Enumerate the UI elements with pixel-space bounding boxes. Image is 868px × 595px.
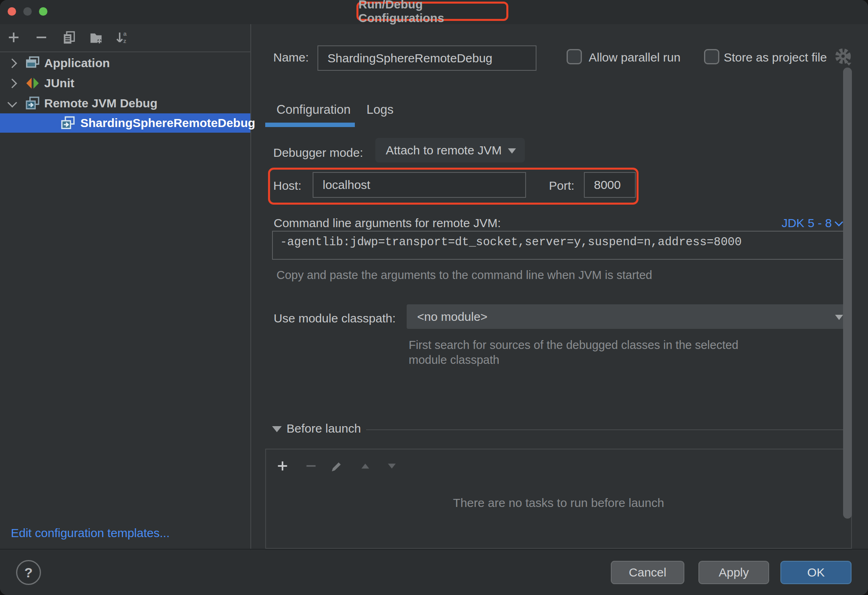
edit-pencil-icon	[329, 459, 342, 474]
tree-item-label: Remote JVM Debug	[44, 96, 158, 110]
before-launch-title: Before launch	[287, 422, 361, 435]
chevron-down-icon[interactable]	[7, 98, 17, 107]
tab-configuration[interactable]: Configuration	[276, 103, 350, 117]
dialog-title: Run/Debug Configurations	[358, 0, 506, 25]
cmdline-hint: Copy and paste the arguments to the comm…	[276, 269, 652, 282]
before-launch-move-up-button[interactable]	[358, 459, 373, 474]
before-launch-empty-text: There are no tasks to run before launch	[266, 496, 851, 510]
debugger-mode-value: Attach to remote JVM	[386, 144, 502, 157]
close-window-button[interactable]	[8, 7, 16, 16]
port-label: Port:	[549, 179, 574, 193]
allow-parallel-run-checkbox[interactable]	[567, 49, 582, 64]
before-launch-remove-button[interactable]	[303, 459, 319, 474]
tree-item-application[interactable]: Application	[0, 53, 250, 73]
zoom-window-button[interactable]	[39, 7, 47, 16]
move-up-icon	[358, 459, 372, 474]
name-label: Name:	[273, 51, 309, 64]
run-debug-configurations-dialog: Run/Debug Configurations az	[0, 0, 868, 595]
dropdown-caret-icon	[835, 315, 843, 320]
chevron-right-icon[interactable]	[7, 78, 17, 88]
application-icon	[25, 55, 40, 71]
configuration-form: Name: ShardingSphereRemoteDebug Allow pa…	[251, 24, 868, 549]
copy-icon	[62, 30, 76, 46]
configurations-sidebar: az Application JUnit Remote JVM Debug	[0, 24, 251, 549]
add-configuration-button[interactable]	[6, 31, 21, 46]
module-classpath-dropdown[interactable]: <no module>	[407, 304, 852, 329]
remote-jvm-debug-icon	[60, 115, 76, 131]
before-launch-panel: There are no tasks to run before launch	[265, 449, 852, 549]
jdk-version-selector[interactable]: JDK 5 - 8	[782, 216, 842, 230]
new-folder-icon	[89, 30, 103, 46]
copy-configuration-button[interactable]	[61, 31, 77, 46]
store-as-project-file-label: Store as project file	[724, 51, 827, 64]
tree-item-shardingsphereremotedebug[interactable]: ShardingSphereRemoteDebug	[0, 113, 250, 133]
before-launch-separator	[366, 429, 852, 430]
host-input[interactable]: localhost	[313, 172, 526, 198]
cmdline-label: Command line arguments for remote JVM:	[274, 216, 501, 230]
before-launch-edit-button[interactable]	[328, 459, 343, 474]
chevron-right-icon[interactable]	[7, 58, 17, 68]
module-hint-line2: module classpath	[409, 353, 500, 367]
module-hint-line1: First search for sources of the debugged…	[409, 339, 739, 352]
edit-configuration-templates-link[interactable]: Edit configuration templates...	[11, 526, 170, 540]
before-launch-move-down-button[interactable]	[384, 459, 399, 474]
title-bar: Run/Debug Configurations	[0, 0, 868, 24]
sort-alphabetically-icon: az	[115, 30, 129, 46]
dropdown-caret-icon	[508, 148, 516, 154]
port-input[interactable]: 8000	[584, 172, 636, 198]
chevron-down-icon	[835, 217, 843, 226]
svg-text:a: a	[123, 30, 127, 37]
help-button[interactable]: ?	[16, 560, 41, 585]
tree-item-label: Application	[44, 56, 110, 70]
junit-icon	[25, 76, 40, 91]
configurations-tree: Application JUnit Remote JVM Debug Shard…	[0, 53, 250, 133]
title-annotation-box: Run/Debug Configurations	[356, 2, 508, 21]
debugger-mode-label: Debugger mode:	[273, 146, 363, 160]
move-down-icon	[385, 459, 399, 474]
host-label: Host:	[273, 179, 301, 193]
sort-configurations-button[interactable]: az	[114, 31, 129, 46]
store-as-project-file-checkbox[interactable]	[704, 49, 719, 64]
active-tab-underline	[265, 123, 355, 127]
dialog-footer: ? Cancel Apply OK	[0, 549, 868, 595]
tree-item-label: ShardingSphereRemoteDebug	[80, 116, 255, 130]
cmdline-arguments-field[interactable]: -agentlib:jdwp=transport=dt_socket,serve…	[272, 231, 849, 260]
new-folder-button[interactable]	[88, 31, 104, 46]
collapse-triangle-icon[interactable]	[272, 426, 282, 432]
remove-configuration-button[interactable]	[34, 31, 49, 46]
tree-item-label: JUnit	[44, 76, 74, 90]
jdk-version-value: JDK 5 - 8	[782, 216, 832, 230]
tab-logs[interactable]: Logs	[366, 103, 393, 117]
debugger-mode-dropdown[interactable]: Attach to remote JVM	[375, 138, 525, 162]
tree-item-remote-jvm-debug[interactable]: Remote JVM Debug	[0, 93, 250, 113]
remove-icon	[304, 459, 318, 474]
name-input[interactable]: ShardingSphereRemoteDebug	[317, 45, 536, 71]
gear-icon	[833, 62, 854, 69]
question-mark-icon: ?	[25, 565, 33, 581]
sidebar-toolbar: az	[0, 24, 250, 52]
module-classpath-label: Use module classpath:	[274, 312, 396, 325]
allow-parallel-run-label: Allow parallel run	[589, 51, 680, 64]
apply-button[interactable]: Apply	[698, 561, 769, 584]
minimize-window-button	[23, 7, 32, 16]
store-settings-button[interactable]	[833, 47, 854, 68]
cancel-button[interactable]: Cancel	[611, 561, 684, 584]
module-classpath-value: <no module>	[417, 310, 487, 324]
add-icon	[276, 459, 289, 474]
vertical-scrollbar[interactable]	[843, 68, 852, 519]
tree-item-junit[interactable]: JUnit	[0, 73, 250, 93]
ok-button[interactable]: OK	[780, 561, 852, 584]
remote-jvm-debug-icon	[25, 96, 40, 111]
add-icon	[6, 30, 21, 46]
svg-text:z: z	[123, 37, 127, 44]
before-launch-add-button[interactable]	[275, 459, 290, 474]
remove-icon	[34, 30, 49, 46]
